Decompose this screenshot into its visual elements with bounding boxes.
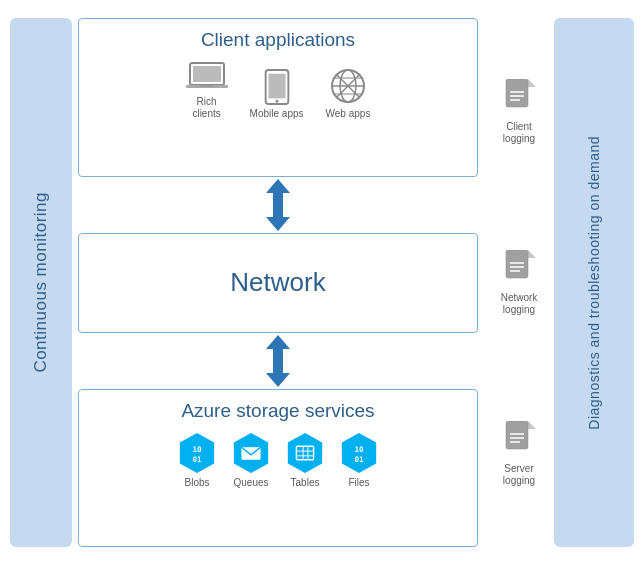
right-icons-area: Clientlogging Networklogging [484, 18, 554, 547]
server-logging-label: Serverlogging [503, 463, 535, 487]
diagnostics-panel: Diagnostics and troubleshooting on deman… [554, 18, 634, 547]
network-logging-item: Networklogging [501, 197, 538, 368]
queues-label: Queues [233, 477, 268, 489]
svg-marker-14 [266, 179, 290, 193]
svg-text:10: 10 [192, 445, 202, 454]
svg-text:10: 10 [354, 445, 364, 454]
continuous-monitoring-panel: Continuous monitoring [10, 18, 72, 547]
svg-rect-15 [273, 193, 283, 217]
center-content: Client applications Richclients [78, 18, 478, 547]
svg-rect-40 [506, 250, 528, 278]
mobile-apps-item: Mobile apps [250, 69, 304, 120]
tables-item: Tables [285, 432, 325, 489]
network-title: Network [230, 267, 325, 298]
blobs-item: 10 01 Blobs [177, 432, 217, 489]
blobs-icon: 10 01 [177, 432, 217, 474]
svg-rect-5 [268, 74, 285, 99]
network-logging-icon [502, 250, 536, 288]
svg-text:01: 01 [354, 454, 364, 463]
svg-marker-19 [266, 373, 290, 387]
svg-rect-34 [506, 79, 528, 107]
continuous-monitoring-label: Continuous monitoring [31, 192, 51, 373]
svg-marker-25 [288, 432, 322, 472]
client-logging-label: Clientlogging [503, 121, 535, 145]
svg-rect-3 [200, 85, 214, 87]
arrow-1 [78, 177, 478, 233]
network-logging-label: Networklogging [501, 292, 538, 316]
double-arrow-icon-2 [260, 335, 296, 387]
svg-marker-41 [528, 250, 536, 258]
files-item: 10 01 Files [339, 432, 379, 489]
svg-rect-46 [506, 421, 528, 449]
client-logging-item: Clientlogging [502, 26, 536, 197]
svg-point-6 [275, 100, 278, 103]
main-wrapper: Continuous monitoring Client application… [0, 0, 644, 565]
storage-icons-row: 10 01 Blobs Queues [89, 432, 467, 489]
client-logging-icon [502, 79, 536, 117]
diagnostics-label: Diagnostics and troubleshooting on deman… [586, 136, 603, 430]
web-apps-icon [329, 67, 367, 105]
svg-marker-16 [266, 217, 290, 231]
rich-clients-item: Richclients [186, 61, 228, 120]
arrow-2 [78, 333, 478, 389]
double-arrow-icon-1 [260, 179, 296, 231]
web-apps-item: Web apps [326, 67, 371, 120]
rich-clients-icon [186, 61, 228, 93]
rich-clients-label: Richclients [192, 96, 220, 120]
client-icons-row: Richclients Mobile apps [89, 61, 467, 120]
svg-text:01: 01 [192, 454, 202, 463]
queues-item: Queues [231, 432, 271, 489]
mobile-apps-label: Mobile apps [250, 108, 304, 120]
tables-icon [285, 432, 325, 474]
right-section: Clientlogging Networklogging [484, 18, 634, 547]
svg-rect-18 [273, 349, 283, 373]
mobile-apps-icon [263, 69, 291, 105]
network-box: Network [78, 233, 478, 333]
files-icon: 10 01 [339, 432, 379, 474]
svg-rect-1 [193, 66, 221, 82]
svg-marker-17 [266, 335, 290, 349]
server-logging-icon [502, 421, 536, 459]
azure-storage-box: Azure storage services 10 01 Blobs [78, 389, 478, 548]
svg-marker-47 [528, 421, 536, 429]
client-applications-title: Client applications [89, 29, 467, 51]
azure-storage-title: Azure storage services [89, 400, 467, 422]
server-logging-item: Serverlogging [502, 368, 536, 539]
queues-icon [231, 432, 271, 474]
blobs-label: Blobs [184, 477, 209, 489]
files-label: Files [348, 477, 369, 489]
client-applications-box: Client applications Richclients [78, 18, 478, 177]
web-apps-label: Web apps [326, 108, 371, 120]
tables-label: Tables [291, 477, 320, 489]
svg-marker-35 [528, 79, 536, 87]
